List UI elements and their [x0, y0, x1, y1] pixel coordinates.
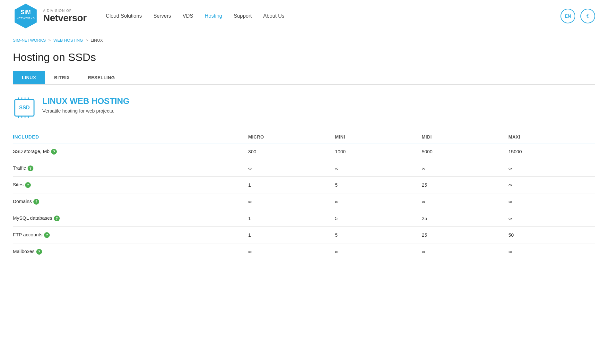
value-micro: 1 [248, 210, 335, 227]
feature-name: MySQL databases? [13, 210, 248, 227]
value-midi: 25 [422, 227, 508, 243]
help-icon[interactable]: ? [28, 165, 33, 171]
feature-name: FTP accounts? [13, 227, 248, 243]
ssd-icon: SSD [13, 96, 36, 119]
breadcrumb-web-hosting[interactable]: WEB HOSTING [53, 38, 83, 43]
table-row: Sites?1525∞ [13, 177, 595, 193]
value-mini: 5 [335, 227, 421, 243]
value-mini: ∞ [335, 193, 421, 210]
svg-text:SiM: SiM [21, 9, 30, 15]
value-midi: 25 [422, 177, 508, 193]
feature-name: Mailboxes? [13, 243, 248, 260]
value-midi: 25 [422, 210, 508, 227]
value-maxi: ∞ [508, 243, 595, 260]
value-midi: ∞ [422, 160, 508, 177]
nav-hosting[interactable]: Hosting [205, 13, 222, 19]
logo-icon: SiM NETWORKS [13, 3, 39, 29]
main-content: Hosting on SSDs LINUX BITRIX RESELLING S… [0, 45, 608, 273]
svg-marker-0 [15, 4, 37, 28]
value-maxi: ∞ [508, 193, 595, 210]
value-maxi: 15000 [508, 143, 595, 160]
nav-about-us[interactable]: About Us [263, 13, 284, 19]
value-mini: ∞ [335, 160, 421, 177]
value-mini: 1000 [335, 143, 421, 160]
breadcrumb-sep-2: > [86, 38, 88, 43]
breadcrumb-home[interactable]: SIM-NETWORKS [13, 38, 46, 43]
logo-division: A DIVISION OF [43, 9, 87, 13]
help-icon[interactable]: ? [33, 199, 39, 205]
feature-name: Sites? [13, 177, 248, 193]
table-row: Mailboxes?∞∞∞∞ [13, 243, 595, 260]
svg-text:NETWORKS: NETWORKS [16, 16, 35, 20]
breadcrumb: SIM-NETWORKS > WEB HOSTING > LINUX [0, 32, 608, 45]
tabs-container: LINUX BITRIX RESELLING [13, 71, 595, 85]
breadcrumb-current: LINUX [91, 38, 103, 43]
value-micro: 1 [248, 227, 335, 243]
language-button[interactable]: EN [560, 9, 575, 23]
col-header-midi: MIDI [422, 131, 508, 143]
header-actions: EN € [560, 9, 595, 23]
value-mini: 5 [335, 210, 421, 227]
help-icon[interactable]: ? [54, 216, 60, 221]
feature-name: Domains? [13, 193, 248, 210]
value-maxi: ∞ [508, 160, 595, 177]
section-header: SSD LINUX WEB HOSTING Versatile hosting … [13, 96, 595, 119]
tab-linux[interactable]: LINUX [13, 71, 45, 84]
value-mini: 5 [335, 177, 421, 193]
value-micro: 1 [248, 177, 335, 193]
nav-support[interactable]: Support [234, 13, 252, 19]
value-midi: 5000 [422, 143, 508, 160]
col-header-maxi: MAXI [508, 131, 595, 143]
value-maxi: ∞ [508, 210, 595, 227]
value-micro: 300 [248, 143, 335, 160]
table-row: Domains?∞∞∞∞ [13, 193, 595, 210]
help-icon[interactable]: ? [36, 249, 42, 255]
help-icon[interactable]: ? [25, 182, 31, 188]
col-header-mini: MINI [335, 131, 421, 143]
help-icon[interactable]: ? [51, 149, 57, 155]
header: SiM NETWORKS A DIVISION OF Netversor Clo… [0, 0, 608, 32]
logo-link[interactable]: SiM NETWORKS A DIVISION OF Netversor [13, 3, 87, 29]
currency-button[interactable]: € [580, 9, 595, 23]
svg-text:SSD: SSD [19, 105, 30, 110]
feature-name: SSD storage, Mb? [13, 143, 248, 160]
logo-text: A DIVISION OF Netversor [43, 9, 87, 23]
value-micro: ∞ [248, 193, 335, 210]
value-micro: ∞ [248, 160, 335, 177]
section-description: Versatile hosting for web projects. [42, 108, 130, 114]
section-title-area: LINUX WEB HOSTING Versatile hosting for … [42, 96, 130, 114]
logo-brand: Netversor [43, 13, 87, 23]
nav-servers[interactable]: Servers [153, 13, 171, 19]
tab-reselling[interactable]: RESELLING [79, 71, 124, 84]
col-header-micro: MICRO [248, 131, 335, 143]
main-nav: Cloud Solutions Servers VDS Hosting Supp… [106, 13, 560, 19]
nav-cloud-solutions[interactable]: Cloud Solutions [106, 13, 142, 19]
table-row: MySQL databases?1525∞ [13, 210, 595, 227]
value-mini: ∞ [335, 243, 421, 260]
table-row: SSD storage, Mb?3001000500015000 [13, 143, 595, 160]
tab-bitrix[interactable]: BITRIX [45, 71, 79, 84]
features-table: INCLUDED MICRO MINI MIDI MAXI SSD storag… [13, 131, 595, 260]
table-row: Traffic?∞∞∞∞ [13, 160, 595, 177]
page-title: Hosting on SSDs [13, 51, 595, 63]
table-header-row: INCLUDED MICRO MINI MIDI MAXI [13, 131, 595, 143]
value-micro: ∞ [248, 243, 335, 260]
value-maxi: 50 [508, 227, 595, 243]
section-title: LINUX WEB HOSTING [42, 96, 130, 106]
help-icon[interactable]: ? [44, 232, 50, 238]
breadcrumb-sep-1: > [48, 38, 51, 43]
value-midi: ∞ [422, 193, 508, 210]
value-midi: ∞ [422, 243, 508, 260]
nav-vds[interactable]: VDS [183, 13, 193, 19]
table-row: FTP accounts?152550 [13, 227, 595, 243]
value-maxi: ∞ [508, 177, 595, 193]
feature-name: Traffic? [13, 160, 248, 177]
col-header-included: INCLUDED [13, 131, 248, 143]
